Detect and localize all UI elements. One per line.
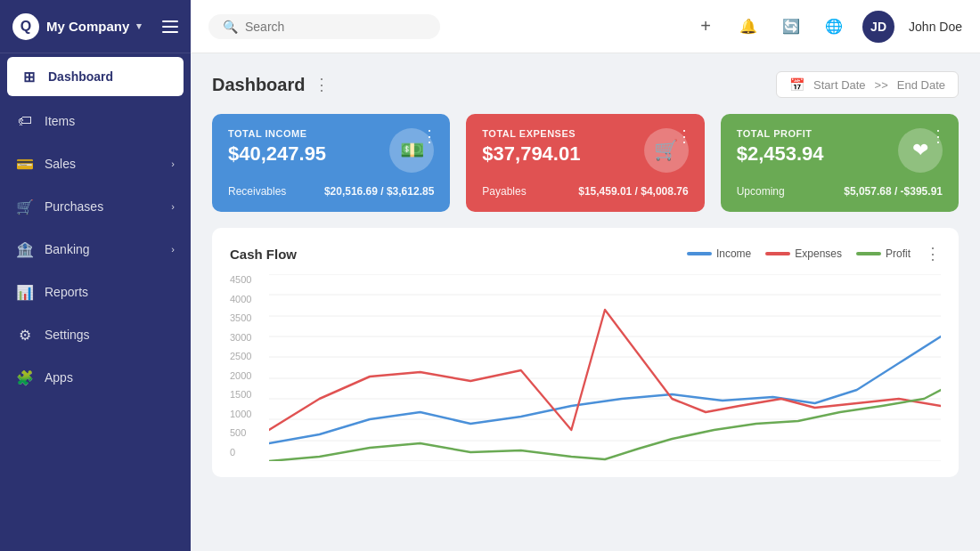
- date-filter[interactable]: 📅 Start Date >> End Date: [776, 71, 959, 98]
- legend-expenses-label: Expenses: [795, 247, 842, 260]
- sub-value: $5,057.68 / -$395.91: [844, 185, 943, 198]
- sidebar-item-label: Settings: [45, 328, 90, 342]
- sidebar-item-label: Items: [45, 114, 75, 128]
- legend-profit-label: Profit: [886, 247, 911, 260]
- avatar: JD: [862, 11, 894, 43]
- income-card: ⋮ TOTAL INCOME $40,247.95 💵 Receivables …: [212, 114, 450, 212]
- sidebar-item-settings[interactable]: ⚙ Settings: [0, 313, 191, 356]
- y-axis-labels: 4500 4000 3500 3000 2500 2000 1500 1000 …: [230, 274, 262, 461]
- chart-svg: [269, 274, 941, 461]
- page-header: Dashboard ⋮ 📅 Start Date >> End Date: [212, 71, 959, 98]
- apps-icon: 🧩: [16, 369, 34, 386]
- sales-icon: 💳: [16, 155, 34, 173]
- card-label: TOTAL EXPENSES: [482, 128, 580, 139]
- chevron-right-icon: ›: [171, 201, 175, 212]
- cash-flow-chart: Cash Flow Income Expenses Pr: [212, 228, 959, 477]
- legend-income-label: Income: [716, 247, 751, 260]
- company-name: My Company: [46, 19, 129, 34]
- sidebar-header: Q My Company ▾: [0, 0, 191, 53]
- user-name: John Doe: [909, 20, 962, 34]
- sidebar-item-label: Banking: [45, 242, 90, 256]
- card-options-menu[interactable]: ⋮: [421, 126, 437, 146]
- card-top: TOTAL PROFIT $2,453.94 ❤: [737, 128, 943, 173]
- banking-icon: 🏦: [16, 240, 34, 258]
- card-bottom: Upcoming $5,057.68 / -$395.91: [737, 185, 943, 198]
- card-top: TOTAL INCOME $40,247.95 💵: [228, 128, 434, 173]
- chevron-right-icon: ›: [171, 244, 175, 255]
- sidebar: Q My Company ▾ ⊞ Dashboard 🏷 Items 💳 Sal…: [0, 0, 191, 551]
- legend-expenses-color: [765, 252, 790, 255]
- sidebar-item-label: Reports: [45, 285, 88, 299]
- sidebar-nav: ⊞ Dashboard 🏷 Items 💳 Sales › 🛒 Purchase…: [0, 53, 191, 399]
- search-icon: 🔍: [223, 20, 238, 34]
- topbar: 🔍 + 🔔 🔄 🌐 JD John Doe: [191, 0, 980, 53]
- card-bottom: Receivables $20,516.69 / $3,612.85: [228, 185, 434, 198]
- date-end: End Date: [897, 78, 945, 92]
- topbar-actions: + 🔔 🔄 🌐 JD John Doe: [691, 11, 962, 43]
- sub-value: $20,516.69 / $3,612.85: [324, 185, 434, 198]
- sidebar-item-banking[interactable]: 🏦 Banking ›: [0, 228, 191, 271]
- legend-profit: Profit: [856, 247, 911, 260]
- card-amount: $40,247.95: [228, 142, 326, 166]
- sub-label: Payables: [482, 185, 526, 198]
- sidebar-item-label: Sales: [45, 157, 76, 171]
- sidebar-item-dashboard[interactable]: ⊞ Dashboard: [7, 57, 184, 96]
- legend-income: Income: [687, 247, 751, 260]
- card-amount: $2,453.94: [737, 142, 824, 166]
- add-button[interactable]: +: [691, 12, 720, 41]
- sidebar-item-label: Dashboard: [48, 69, 113, 84]
- search-box[interactable]: 🔍: [208, 14, 440, 39]
- sidebar-logo[interactable]: Q My Company ▾: [12, 13, 142, 40]
- legend-income-color: [687, 252, 712, 255]
- search-input[interactable]: [245, 20, 405, 34]
- sub-label: Receivables: [228, 185, 286, 198]
- income-line: [269, 336, 941, 443]
- main-content: 🔍 + 🔔 🔄 🌐 JD John Doe Dashboard ⋮ 📅 Star…: [191, 0, 980, 551]
- sidebar-item-label: Purchases: [45, 199, 103, 214]
- chart-header: Cash Flow Income Expenses Pr: [230, 244, 941, 263]
- sidebar-item-purchases[interactable]: 🛒 Purchases ›: [0, 185, 191, 228]
- page-title-row: Dashboard ⋮: [212, 75, 330, 95]
- expenses-card: ⋮ TOTAL EXPENSES $37,794.01 🛒 Payables $…: [466, 114, 704, 212]
- refresh-button[interactable]: 🔄: [777, 12, 805, 41]
- sidebar-item-reports[interactable]: 📊 Reports: [0, 271, 191, 313]
- chart-legend: Income Expenses Profit: [687, 247, 911, 260]
- legend-expenses: Expenses: [765, 247, 842, 260]
- card-label: TOTAL PROFIT: [737, 128, 824, 139]
- sidebar-item-apps[interactable]: 🧩 Apps: [0, 356, 191, 399]
- card-top: TOTAL EXPENSES $37,794.01 🛒: [482, 128, 688, 173]
- reports-icon: 📊: [16, 283, 34, 301]
- page-title: Dashboard: [212, 75, 305, 95]
- notifications-button[interactable]: 🔔: [734, 12, 763, 41]
- card-options-menu[interactable]: ⋮: [676, 126, 692, 146]
- chevron-down-icon: ▾: [136, 20, 142, 32]
- sub-value: $15,459.01 / $4,008.76: [578, 185, 688, 198]
- sidebar-item-sales[interactable]: 💳 Sales ›: [0, 142, 191, 185]
- logo-icon: Q: [12, 13, 39, 40]
- sidebar-item-items[interactable]: 🏷 Items: [0, 100, 191, 142]
- dashboard-icon: ⊞: [20, 68, 37, 85]
- settings-icon: ⚙: [16, 326, 34, 344]
- legend-profit-color: [856, 252, 881, 255]
- chart-title: Cash Flow: [230, 247, 297, 262]
- chevron-right-icon: ›: [171, 158, 175, 169]
- card-bottom: Payables $15,459.01 / $4,008.76: [482, 185, 688, 198]
- sub-label: Upcoming: [737, 185, 785, 198]
- sidebar-item-label: Apps: [45, 370, 73, 385]
- card-options-menu[interactable]: ⋮: [930, 126, 946, 146]
- date-start: Start Date: [813, 78, 866, 92]
- calendar-icon: 📅: [789, 77, 804, 92]
- content-area: Dashboard ⋮ 📅 Start Date >> End Date ⋮ T…: [191, 53, 980, 551]
- chart-options-menu[interactable]: ⋮: [925, 244, 941, 263]
- chart-svg-container: [269, 274, 941, 461]
- purchases-icon: 🛒: [16, 198, 34, 215]
- date-separator: >>: [875, 78, 888, 92]
- page-options-menu[interactable]: ⋮: [314, 75, 330, 94]
- card-label: TOTAL INCOME: [228, 128, 326, 139]
- card-amount: $37,794.01: [482, 142, 580, 166]
- language-button[interactable]: 🌐: [820, 12, 848, 41]
- chart-body: 4500 4000 3500 3000 2500 2000 1500 1000 …: [230, 274, 941, 461]
- hamburger-icon[interactable]: [162, 20, 178, 33]
- profit-card: ⋮ TOTAL PROFIT $2,453.94 ❤ Upcoming $5,0…: [721, 114, 959, 212]
- items-icon: 🏷: [16, 112, 34, 130]
